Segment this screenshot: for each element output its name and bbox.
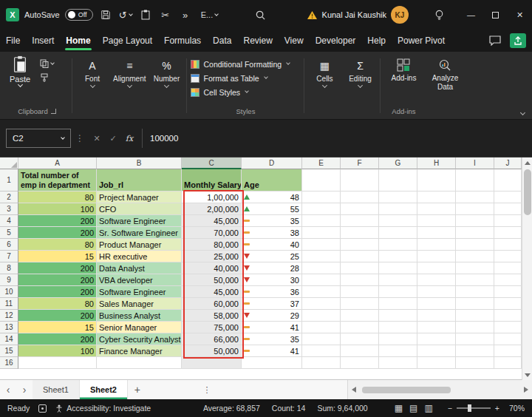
cell-D3[interactable]: 55 [242,203,302,215]
cell-F11[interactable] [341,298,379,310]
cell-D10[interactable]: 36 [242,286,302,298]
cell-J13[interactable] [494,322,522,333]
cell-C13[interactable]: 75,000 [182,322,242,333]
cell-B5[interactable]: Sr. Software Engineer [97,227,182,239]
cell-B9[interactable]: VBA developer [97,274,182,286]
cell-I7[interactable] [456,251,494,262]
cell-B6[interactable]: Product Manager [97,239,182,251]
user-name[interactable]: Kunal Jai Kaushik [322,10,386,19]
cell-A13[interactable]: 15 [18,322,97,333]
cell-H5[interactable] [417,227,456,239]
cell-C8[interactable]: 40,000 [182,262,242,274]
cell-A4[interactable]: 200 [18,215,97,227]
zoom-slider[interactable] [457,407,491,409]
tab-power-pivot[interactable]: Power Pivot [392,30,451,52]
cell-G14[interactable] [379,333,417,345]
cell-A8[interactable]: 200 [18,262,97,274]
tab-view[interactable]: View [279,30,310,52]
column-header-F[interactable]: F [341,157,379,169]
tab-developer[interactable]: Developer [310,30,362,52]
cell-H2[interactable] [417,191,456,203]
cell-I16[interactable] [456,357,494,369]
select-all-button[interactable] [0,157,18,169]
cell-H15[interactable] [417,345,456,357]
cell-H10[interactable] [417,286,456,298]
cell-G6[interactable] [379,239,417,251]
tab-formulas[interactable]: Formulas [158,30,207,52]
cell-E11[interactable] [302,298,341,310]
cell-F13[interactable] [341,322,379,333]
cell-F5[interactable] [341,227,379,239]
maximize-button[interactable] [483,0,508,30]
cell-B10[interactable]: Software Engineer [97,286,182,298]
scroll-up-button[interactable] [522,157,532,168]
autosave-toggle[interactable]: Off [65,9,93,21]
status-count[interactable]: Count: 14 [272,404,306,413]
cell-F3[interactable] [341,203,379,215]
sheet-tab-sheet1[interactable]: Sheet1 [33,380,80,399]
row-header-2[interactable]: 2 [0,191,18,203]
cell-I12[interactable] [456,310,494,322]
drag-handle-icon[interactable]: ⋮ [75,133,84,143]
cell-G8[interactable] [379,262,417,274]
cell-H11[interactable] [417,298,456,310]
add-sheet-button[interactable]: + [128,380,147,399]
cell-D4[interactable]: 35 [242,215,302,227]
cell-B16[interactable] [97,357,182,369]
cell-D6[interactable]: 40 [242,239,302,251]
cell-F12[interactable] [341,310,379,322]
cell-E3[interactable] [302,203,341,215]
scroll-down-button[interactable] [522,370,532,380]
page-break-view-icon[interactable]: ▥ [424,403,432,413]
cell-J11[interactable] [494,298,522,310]
status-mode[interactable]: Ready [7,404,30,413]
row-header-11[interactable]: 11 [0,298,18,310]
cell-E7[interactable] [302,251,341,262]
row-header-7[interactable]: 7 [0,251,18,262]
cell-A1[interactable]: Total number of emp in department [18,169,97,191]
row-header-13[interactable]: 13 [0,322,18,333]
tab-help[interactable]: Help [361,30,392,52]
cell-G5[interactable] [379,227,417,239]
row-header-10[interactable]: 10 [0,286,18,298]
macro-record-icon[interactable] [38,404,47,413]
tab-review[interactable]: Review [237,30,278,52]
cell-H9[interactable] [417,274,456,286]
row-header-6[interactable]: 6 [0,239,18,251]
cell-B3[interactable]: CFO [97,203,182,215]
cell-A6[interactable]: 80 [18,239,97,251]
cell-G1[interactable] [379,169,417,191]
cell-J8[interactable] [494,262,522,274]
cell-B7[interactable]: HR executive [97,251,182,262]
cell-C16[interactable] [182,357,242,369]
column-header-H[interactable]: H [417,157,456,169]
warning-icon[interactable] [307,10,318,20]
format-painter-button[interactable] [40,73,54,82]
cell-G15[interactable] [379,345,417,357]
cell-A2[interactable]: 80 [18,191,97,203]
cell-C12[interactable]: 58,000 [182,310,242,322]
cell-C2[interactable]: 1,00,000 [182,191,242,203]
tab-data[interactable]: Data [207,30,237,52]
workbook-menu-button[interactable]: E... [198,4,222,25]
format-as-table-button[interactable]: Format as Table [189,71,301,85]
cell-G10[interactable] [379,286,417,298]
cell-J12[interactable] [494,310,522,322]
cell-C11[interactable]: 60,000 [182,298,242,310]
cell-H8[interactable] [417,262,456,274]
cell-E9[interactable] [302,274,341,286]
cell-B11[interactable]: Sales Manager [97,298,182,310]
cell-A3[interactable]: 100 [18,203,97,215]
accessibility-status[interactable]: Accessibility: Investigate [55,404,151,413]
cell-E16[interactable] [302,357,341,369]
cell-E15[interactable] [302,345,341,357]
row-header-3[interactable]: 3 [0,203,18,215]
analyze-data-button[interactable]: Analyze Data [428,54,462,91]
cell-A12[interactable]: 200 [18,310,97,322]
cell-F4[interactable] [341,215,379,227]
cell-D9[interactable]: 30 [242,274,302,286]
cell-I8[interactable] [456,262,494,274]
cell-B8[interactable]: Data Analyst [97,262,182,274]
horizontal-scroll-thumb[interactable] [362,387,451,393]
tab-home[interactable]: Home [60,30,96,52]
